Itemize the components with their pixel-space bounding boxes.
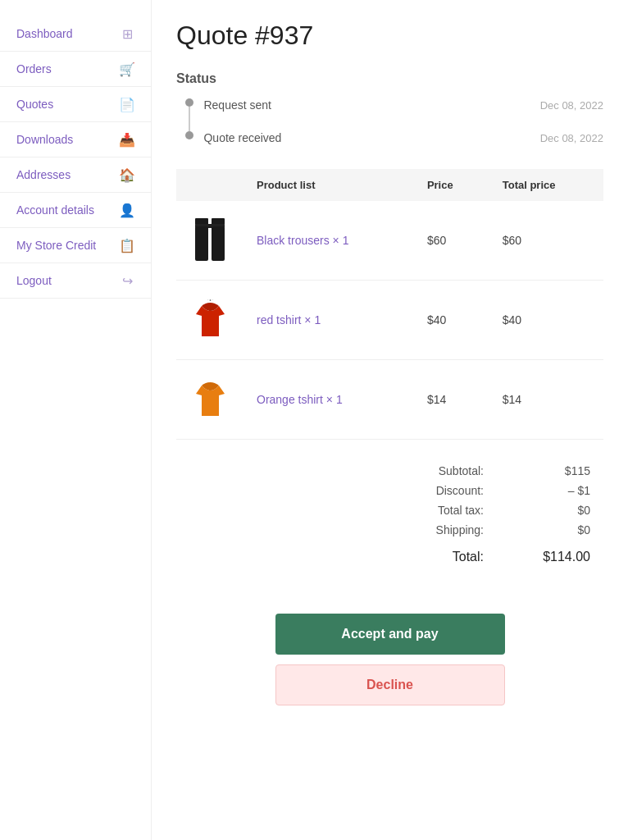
quotes-icon: 📄 (120, 97, 134, 112)
svg-rect-4 (212, 226, 225, 261)
button-section: Accept and pay Decline (176, 597, 603, 722)
col-image (176, 169, 243, 201)
sidebar-label-quotes: Quotes (16, 98, 53, 111)
product-image-trousers (189, 216, 230, 265)
status-label-2: Quote received (203, 131, 281, 144)
status-label-1: Request sent (203, 98, 271, 112)
sidebar-item-account-details[interactable]: Account details 👤 (0, 193, 151, 228)
summary-row-total: Total: $114.00 (344, 550, 590, 564)
sidebar-label-downloads: Downloads (16, 133, 73, 146)
shipping-label: Shipping: (418, 523, 484, 536)
product-name-link-1[interactable]: Black trousers × 1 (257, 234, 348, 247)
logout-icon: ↪ (120, 273, 134, 288)
sidebar-item-store-credit[interactable]: My Store Credit 📋 (0, 228, 151, 263)
sidebar-label-store-credit: My Store Credit (16, 239, 96, 252)
status-date-1: Dec 08, 2022 (540, 99, 603, 112)
status-heading: Status (176, 71, 603, 86)
summary-row-tax: Total tax: $0 (344, 504, 590, 517)
product-table: Product list Price Total price (176, 169, 603, 440)
sidebar-label-dashboard: Dashboard (16, 27, 73, 40)
store-credit-icon: 📋 (120, 238, 134, 253)
sidebar: Dashboard ⊞ Orders 🛒 Quotes 📄 Downloads … (0, 0, 152, 840)
account-icon: 👤 (120, 203, 134, 217)
summary-section: Subtotal: $115 Discount: – $1 Total tax:… (176, 456, 603, 573)
shipping-value: $0 (533, 523, 590, 536)
sidebar-label-logout: Logout (16, 274, 52, 287)
summary-row-subtotal: Subtotal: $115 (344, 464, 590, 477)
total-value: $114.00 (533, 550, 590, 564)
col-total: Total price (489, 169, 603, 201)
total-label: Total: (418, 550, 484, 564)
svg-rect-1 (212, 218, 225, 225)
subtotal-label: Subtotal: (418, 464, 484, 477)
product-total-cell-1: $60 (489, 201, 603, 281)
product-image-cell-3 (176, 360, 243, 440)
discount-value: – $1 (533, 484, 590, 497)
sidebar-label-account-details: Account details (16, 203, 94, 217)
downloads-icon: 📥 (120, 132, 134, 147)
col-product: Product list (243, 169, 414, 201)
tax-label: Total tax: (418, 504, 484, 517)
product-image-cell-1 (176, 201, 243, 281)
sidebar-item-dashboard[interactable]: Dashboard ⊞ (0, 16, 151, 52)
tax-value: $0 (533, 504, 590, 517)
product-name-cell-3: Orange tshirt × 1 (243, 360, 414, 440)
sidebar-label-addresses: Addresses (16, 168, 71, 181)
timeline-dot-1 (185, 98, 193, 107)
page-title: Quote #937 (176, 21, 603, 51)
timeline-dot-2 (185, 131, 193, 139)
sidebar-item-addresses[interactable]: Addresses 🏠 (0, 158, 151, 193)
dashboard-icon: ⊞ (120, 26, 134, 41)
sidebar-item-orders[interactable]: Orders 🛒 (0, 52, 151, 87)
status-row-1: Request sent Dec 08, 2022 (203, 98, 603, 128)
table-row: Black trousers × 1 $60 $60 (176, 201, 603, 281)
product-price-cell-1: $60 (414, 201, 489, 281)
product-total-cell-2: $40 (489, 281, 603, 360)
sidebar-label-orders: Orders (16, 62, 52, 75)
status-section: Status Request sent Dec 08, 2022 (176, 71, 603, 144)
product-image-tshirt-orange (189, 375, 230, 424)
product-image-cell-2 (176, 281, 243, 360)
orders-icon: 🛒 (120, 62, 134, 76)
col-price: Price (414, 169, 489, 201)
product-name-link-3[interactable]: Orange tshirt × 1 (257, 393, 343, 406)
product-total-cell-3: $14 (489, 360, 603, 440)
product-price-cell-2: $40 (414, 281, 489, 360)
status-date-2: Dec 08, 2022 (540, 132, 603, 144)
decline-button[interactable]: Decline (275, 664, 505, 705)
summary-row-shipping: Shipping: $0 (344, 523, 590, 536)
svg-rect-0 (195, 218, 208, 225)
product-image-tshirt-red (189, 295, 230, 345)
table-row: Orange tshirt × 1 $14 $14 (176, 360, 603, 440)
product-name-cell-2: red tshirt × 1 (243, 281, 414, 360)
product-price-cell-3: $14 (414, 360, 489, 440)
summary-row-discount: Discount: – $1 (344, 484, 590, 497)
product-name-cell-1: Black trousers × 1 (243, 201, 414, 281)
accept-pay-button[interactable]: Accept and pay (275, 614, 505, 655)
sidebar-item-downloads[interactable]: Downloads 📥 (0, 122, 151, 158)
discount-label: Discount: (418, 484, 484, 497)
status-row-2: Quote received Dec 08, 2022 (203, 131, 603, 144)
timeline-line-2 (184, 131, 193, 139)
timeline-line-1 (184, 98, 193, 131)
status-timeline: Request sent Dec 08, 2022 Quote received… (176, 98, 603, 144)
sidebar-item-quotes[interactable]: Quotes 📄 (0, 87, 151, 122)
addresses-icon: 🏠 (120, 167, 134, 182)
product-name-link-2[interactable]: red tshirt × 1 (257, 313, 321, 326)
svg-rect-3 (195, 226, 208, 261)
sidebar-item-logout[interactable]: Logout ↪ (0, 263, 151, 299)
subtotal-value: $115 (533, 464, 590, 477)
timeline-connector-1 (189, 107, 190, 131)
table-row: red tshirt × 1 $40 $40 (176, 281, 603, 360)
main-content: Quote #937 Status Request sent Dec 08, 2… (152, 0, 628, 840)
